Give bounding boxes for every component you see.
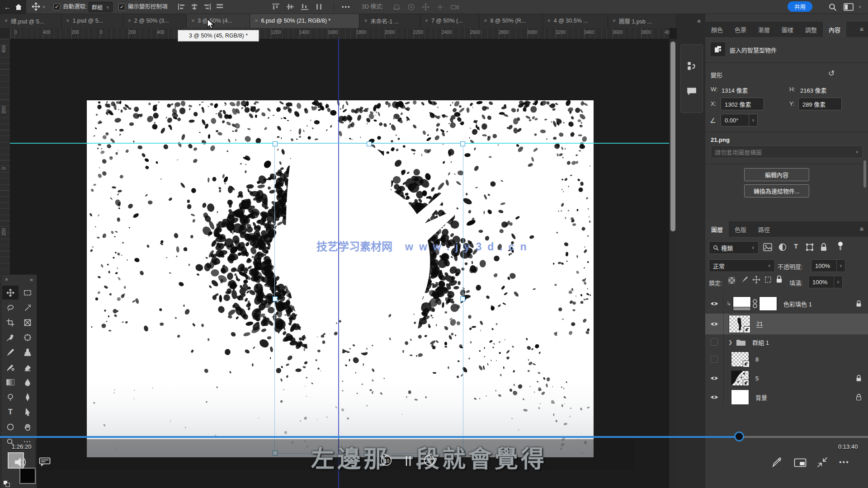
layer-filter-dropdown[interactable]: 種類∨	[709, 241, 759, 254]
transform-handle-mr[interactable]	[460, 296, 465, 301]
layer-mask-thumbnail[interactable]	[759, 296, 777, 311]
filter-shape-icon[interactable]	[806, 243, 814, 251]
comments-icon[interactable]	[686, 87, 697, 97]
layer-thumbnail[interactable]	[731, 389, 749, 405]
lock-pixels-icon[interactable]	[741, 276, 749, 284]
visibility-toggle[interactable]	[705, 369, 724, 388]
home-icon[interactable]	[15, 4, 22, 10]
convert-linked-button[interactable]: 轉換為連結物件...	[744, 184, 809, 197]
magic-wand-tool-button[interactable]	[19, 300, 36, 314]
video-progress-handle[interactable]	[734, 432, 744, 441]
mask-link-icon[interactable]	[752, 299, 758, 309]
reset-transform-icon[interactable]: ↺	[828, 69, 835, 78]
close-icon[interactable]: ×	[255, 18, 258, 24]
close-icon[interactable]: ×	[547, 18, 551, 24]
lock-position-icon[interactable]	[752, 276, 760, 284]
close-icon[interactable]: ×	[484, 18, 487, 24]
layer-row-8[interactable]: 8	[705, 350, 868, 369]
type-tool-button[interactable]: T	[2, 405, 19, 419]
close-icon[interactable]: ×	[364, 18, 367, 24]
layer-thumbnail[interactable]	[729, 315, 750, 333]
workspace-icon[interactable]	[844, 3, 854, 11]
x-input[interactable]: 1302 像素	[721, 98, 764, 110]
background-color-swatch[interactable]	[19, 468, 36, 484]
blend-mode-dropdown[interactable]: 正常∨	[709, 259, 775, 272]
close-icon[interactable]: ×	[191, 18, 194, 24]
fill-layer-thumbnail[interactable]	[733, 296, 751, 311]
close-icon[interactable]: ×	[128, 18, 131, 24]
auto-select-checkbox[interactable]: ✓	[53, 4, 60, 10]
align-top-icon[interactable]	[271, 3, 280, 10]
clone-stamp-tool-button[interactable]	[19, 345, 36, 359]
search-icon[interactable]	[828, 3, 837, 11]
opacity-dropdown[interactable]: ∨	[836, 259, 845, 272]
chevron-down-icon[interactable]: ∨	[859, 5, 862, 9]
visibility-toggle[interactable]	[705, 334, 724, 350]
visibility-toggle[interactable]	[705, 388, 724, 407]
transform-handle-tl[interactable]	[273, 141, 278, 146]
transform-handle-tr[interactable]	[460, 141, 465, 146]
eraser-tool-button[interactable]	[19, 360, 36, 374]
shape-tool-button[interactable]	[2, 420, 19, 434]
filter-pixel-layers-icon[interactable]	[763, 243, 772, 251]
volume-button[interactable]	[14, 456, 27, 470]
tab-properties[interactable]: 內容	[823, 22, 846, 37]
path-select-tool-button[interactable]	[19, 405, 36, 419]
tool-options-move[interactable]: ∨	[32, 2, 46, 11]
more-options-icon[interactable]: •••	[342, 4, 351, 10]
doc-tab-5[interactable]: ×未命名-1 ...	[359, 14, 420, 28]
layer-row-fill[interactable]: ↳ 色彩填色 1	[705, 294, 868, 314]
transform-bounding-box[interactable]	[274, 143, 463, 454]
layer-name[interactable]: 5	[755, 375, 759, 382]
share-button[interactable]: 共用	[788, 1, 812, 12]
align-left-icon[interactable]	[177, 3, 186, 10]
hand-tool-button[interactable]	[19, 420, 36, 434]
tab-gradients[interactable]: 漸層	[752, 22, 776, 37]
lock-all-icon[interactable]	[776, 275, 783, 283]
layer-row-5[interactable]: 5	[705, 369, 868, 388]
tab-paths[interactable]: 路徑	[752, 221, 776, 237]
frame-tool-button[interactable]	[19, 315, 36, 329]
back-arrow-icon[interactable]: ←	[4, 3, 11, 11]
blur-tool-button[interactable]	[19, 375, 36, 389]
layer-name[interactable]: 21	[756, 320, 763, 328]
transform-handle-ml[interactable]	[273, 296, 278, 301]
layer-row-21[interactable]: 21	[705, 314, 868, 334]
distribute-v-icon[interactable]	[315, 3, 324, 10]
pip-button[interactable]	[794, 458, 807, 469]
move-tool-button[interactable]	[2, 286, 19, 300]
tab-layers[interactable]: 圖層	[705, 221, 729, 237]
doc-tab-0[interactable]: ×總.psd @ 5...	[0, 14, 61, 28]
close-icon[interactable]: ×	[66, 18, 69, 24]
doc-tab-8[interactable]: ×4 @ 30.5% ...	[543, 14, 608, 28]
tab-adjustments[interactable]: 調整	[799, 22, 823, 37]
edit-contents-button[interactable]: 編輯內容	[744, 168, 809, 181]
collapse-panels-icon[interactable]: «	[697, 17, 701, 24]
transform-handle-tm[interactable]	[367, 141, 372, 146]
eyedropper-tool-button[interactable]	[2, 330, 19, 344]
doc-tab-2[interactable]: ×2 @ 50% (3...	[123, 14, 187, 28]
layer-comp-dropdown[interactable]: 請勿套用圖層構圖∨	[711, 145, 863, 158]
doc-tab-1[interactable]: ×1.psd @ 5...	[61, 14, 123, 28]
collapse-icon[interactable]: «	[30, 277, 33, 283]
more-button[interactable]: •••	[839, 458, 849, 466]
filter-smart-object-icon[interactable]	[820, 243, 827, 251]
exit-fullscreen-button[interactable]	[816, 456, 828, 470]
panel-menu-icon[interactable]: ≡	[860, 26, 863, 33]
pause-button[interactable]	[404, 455, 412, 468]
tab-color[interactable]: 顏色	[705, 22, 729, 37]
panel-scrollbar[interactable]	[863, 160, 866, 188]
expand-arrow-icon[interactable]: ❯	[728, 339, 732, 345]
distribute-h-icon[interactable]	[215, 3, 224, 10]
fill-dropdown[interactable]: ∨	[834, 276, 843, 288]
layer-name[interactable]: 群組 1	[752, 338, 769, 347]
default-colors-icon[interactable]	[3, 480, 10, 487]
doc-tab-9[interactable]: ×圖層 1.psb ...	[608, 14, 677, 28]
doc-tab-6[interactable]: ×7 @ 50% (...	[420, 14, 480, 28]
crop-tool-button[interactable]	[2, 315, 19, 329]
w-value[interactable]: 1314 像素	[722, 86, 748, 94]
doc-tab-3[interactable]: ×3 @ 50% (4...	[187, 14, 250, 28]
gradient-tool-button[interactable]	[2, 375, 19, 389]
layer-row-background[interactable]: 背景	[705, 388, 868, 407]
align-center-h-icon[interactable]	[190, 3, 199, 10]
